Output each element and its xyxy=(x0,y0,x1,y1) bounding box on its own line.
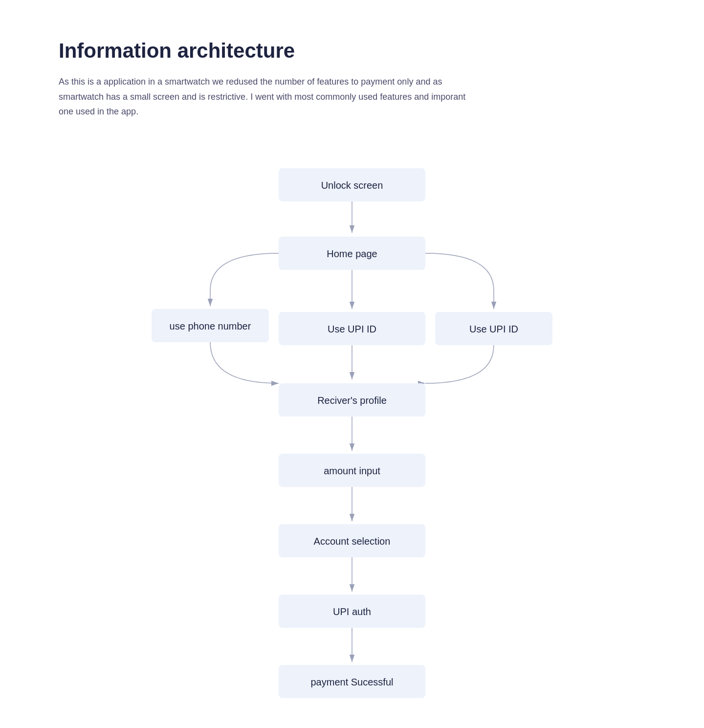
arrow-home-upi-right xyxy=(425,253,494,309)
payment-successful-label: payment Sucessful xyxy=(311,677,394,687)
amount-input-label: amount input xyxy=(324,465,380,476)
page-title: Information architecture xyxy=(59,39,645,63)
page-description: As this is a application in a smartwatch… xyxy=(59,74,479,119)
architecture-diagram: Unlock screen Home page use phone number… xyxy=(132,158,572,696)
receivers-profile-label: Reciver's profile xyxy=(317,395,387,406)
arrow-home-phone xyxy=(210,253,279,306)
use-upi-id-center-label: Use UPI ID xyxy=(328,324,376,334)
unlock-screen-label: Unlock screen xyxy=(321,180,383,191)
use-upi-id-right-label: Use UPI ID xyxy=(469,324,518,334)
arrow-phone-receiver xyxy=(210,342,279,383)
upi-auth-label: UPI auth xyxy=(333,606,371,617)
account-selection-label: Account selection xyxy=(314,536,391,547)
diagram-container: Unlock screen Home page use phone number… xyxy=(59,158,645,696)
arrow-upi-right-receiver xyxy=(425,345,494,383)
home-page-label: Home page xyxy=(327,248,377,259)
use-phone-number-label: use phone number xyxy=(170,321,251,331)
